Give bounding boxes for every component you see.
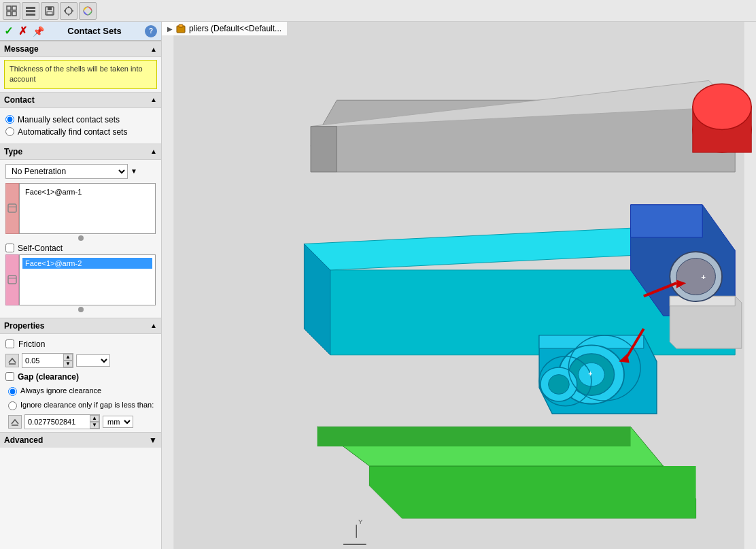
properties-section-label: Properties [4, 321, 44, 331]
gap-unit-select[interactable]: mm cm m in [103, 416, 133, 428]
self-contact-label: Self-Contact [18, 244, 63, 253]
pin-button[interactable]: 📌 [33, 26, 44, 37]
face-list-1-icon [5, 183, 19, 234]
viewport: ▶ pliers (Default<<Default... [162, 22, 756, 549]
face-list-1-container: Face<1>@arm-1 [5, 183, 156, 234]
svg-rect-16 [8, 204, 16, 212]
svg-rect-18 [8, 276, 16, 284]
face-list-1: Face<1>@arm-1 [19, 183, 156, 234]
message-section-header[interactable]: Message ▲ [0, 41, 161, 57]
friction-label: Friction [18, 339, 45, 349]
svg-rect-23 [179, 24, 183, 27]
self-contact-row[interactable]: Self-Contact [5, 242, 156, 254]
friction-row[interactable]: Friction [5, 337, 156, 352]
face-list-2-container: Face<1>@arm-2 [5, 254, 156, 305]
friction-spin-down[interactable]: ▼ [63, 361, 73, 367]
contact-radio-group: Manually select contact sets Automatical… [5, 112, 156, 139]
toolbar-save-btn[interactable] [41, 2, 58, 20]
face-list-2-item-0[interactable]: Face<1>@arm-2 [22, 258, 152, 269]
gap-checkbox[interactable] [5, 372, 14, 381]
properties-section-header[interactable]: Properties ▲ [0, 318, 161, 334]
gap-radio-group: Always ignore clearance Ignore clearance… [5, 386, 156, 410]
cancel-button[interactable]: ✗ [18, 24, 27, 37]
toolbar-list-btn[interactable] [22, 2, 39, 20]
friction-unit-select[interactable] [76, 354, 110, 367]
advanced-section: Advanced ▼ [0, 432, 161, 448]
friction-spin-arrows: ▲ ▼ [63, 354, 73, 367]
svg-marker-31 [311, 127, 337, 172]
type-dropdown[interactable]: No Penetration Bonded Allow Penetration … [5, 164, 128, 179]
contact-option2-label: Automatically find contact sets [18, 127, 127, 137]
svg-rect-3 [12, 12, 16, 16]
face-list-2-icon [5, 254, 19, 305]
gap-section: Gap (clearance) Always ignore clearance … [5, 372, 156, 429]
svg-rect-1 [12, 6, 16, 10]
confirm-button[interactable]: ✓ [4, 24, 13, 37]
main-area: ✓ ✗ 📌 Contact Sets ? Message ▲ Thickness… [0, 22, 756, 549]
svg-marker-36 [631, 205, 703, 237]
gap-spin-up[interactable]: ▲ [90, 415, 99, 422]
message-text: Thickness of the shells will be taken in… [10, 65, 143, 83]
contact-option1-radio[interactable] [5, 115, 14, 124]
gap-option1[interactable]: Always ignore clearance [8, 386, 156, 396]
face-list-1-item-0[interactable]: Face<1>@arm-1 [22, 186, 152, 197]
friction-checkbox[interactable] [5, 339, 14, 348]
viewport-canvas: + + Y [162, 22, 756, 549]
gap-spinbox-icon [8, 415, 22, 429]
gap-option2[interactable]: Ignore clearance only if gap is less tha… [8, 400, 156, 410]
svg-point-47 [549, 375, 570, 395]
toolbar-color-btn[interactable] [79, 2, 97, 20]
svg-rect-2 [7, 12, 11, 16]
gap-option2-label: Ignore clearance only if gap is less tha… [20, 400, 154, 410]
contact-section-content: Manually select contact sets Automatical… [0, 108, 161, 144]
top-toolbar [0, 0, 756, 22]
contact-option2[interactable]: Automatically find contact sets [5, 127, 156, 137]
properties-section-content: Friction ▲ ▼ [0, 334, 161, 432]
contact-option1-label: Manually select contact sets [18, 115, 120, 124]
viewport-tree: ▶ pliers (Default<<Default... [162, 22, 287, 35]
panel-title: Contact Sets [44, 26, 145, 36]
friction-value-input[interactable] [22, 355, 63, 366]
advanced-label: Advanced [4, 435, 43, 445]
friction-spinbox-icon [5, 354, 19, 367]
advanced-header[interactable]: Advanced ▼ [0, 433, 161, 448]
svg-point-40 [676, 259, 716, 295]
face-list-2: Face<1>@arm-2 [19, 254, 156, 305]
svg-point-52 [693, 84, 751, 129]
panel-header: ✓ ✗ 📌 Contact Sets ? [0, 22, 161, 41]
help-button[interactable]: ? [145, 25, 157, 37]
gap-option1-radio[interactable] [8, 387, 17, 396]
contact-section-label: Contact [4, 95, 35, 105]
svg-text:+: + [701, 273, 706, 281]
svg-rect-8 [48, 7, 52, 10]
toolbar-grid-btn[interactable] [3, 2, 20, 20]
gap-value-input-container: ▲ ▼ [24, 414, 100, 429]
contact-section-header[interactable]: Contact ▲ [0, 92, 161, 108]
toolbar-crosshair-btn[interactable] [60, 2, 78, 20]
face-list-1-scroll [5, 235, 156, 241]
svg-marker-28 [317, 427, 631, 446]
type-section-content: No Penetration Bonded Allow Penetration … [0, 160, 161, 318]
message-section-label: Message [4, 44, 39, 54]
contact-option2-radio[interactable] [5, 127, 14, 136]
svg-point-10 [65, 7, 72, 14]
gap-header[interactable]: Gap (clearance) [5, 372, 156, 382]
svg-marker-26 [369, 466, 695, 518]
type-arrow-icon: ▲ [150, 148, 157, 155]
tree-text: pliers (Default<<Default... [189, 24, 281, 33]
tree-arrow-icon: ▶ [167, 25, 173, 33]
advanced-arrow-icon: ▼ [149, 435, 157, 445]
message-arrow-icon: ▲ [150, 46, 157, 53]
gap-spin-arrows: ▲ ▼ [90, 415, 99, 429]
gap-value-input[interactable] [25, 416, 90, 427]
svg-text:+: + [588, 369, 592, 378]
contact-option1[interactable]: Manually select contact sets [5, 115, 156, 124]
self-contact-checkbox[interactable] [5, 244, 14, 252]
message-box: Thickness of the shells will be taken in… [4, 60, 157, 89]
svg-rect-5 [26, 10, 35, 12]
friction-spin-up[interactable]: ▲ [63, 354, 73, 361]
gap-option2-radio[interactable] [8, 401, 17, 410]
contact-arrow-icon: ▲ [150, 96, 157, 103]
type-section-header[interactable]: Type ▲ [0, 144, 161, 160]
gap-spin-down[interactable]: ▼ [90, 422, 99, 429]
